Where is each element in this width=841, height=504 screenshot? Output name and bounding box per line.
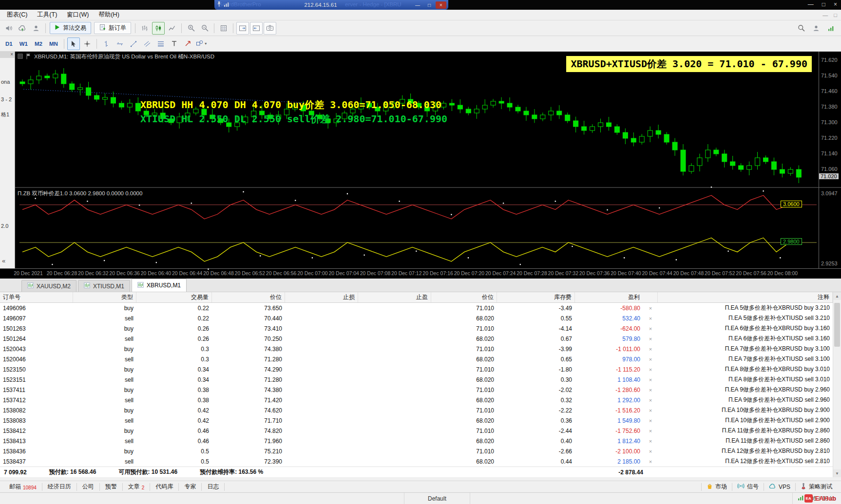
price-chart-canvas[interactable] — [0, 52, 841, 279]
order-row[interactable]: 1496097sell0.2270.44068.0200.55532.40×П.… — [0, 313, 833, 323]
order-row[interactable]: 1523150buy0.3474.29071.010-1.80-1 115.20… — [0, 364, 833, 374]
rdp-minimize-button[interactable]: — — [412, 1, 423, 9]
menu-item[interactable]: 窗口(W) — [62, 10, 94, 20]
order-row[interactable]: 1538437sell0.572.39068.0200.442 185.00×П… — [0, 456, 833, 467]
order-row[interactable]: 1537411buy0.3874.38071.010-2.02-1 280.60… — [0, 385, 833, 395]
column-header[interactable]: 类型 — [73, 292, 136, 302]
channel-tool-icon[interactable] — [141, 37, 153, 50]
cursor-tool-icon[interactable] — [67, 37, 80, 50]
trendline-tool-icon[interactable] — [127, 37, 140, 50]
toolbox-tab[interactable]: 专家 — [179, 483, 202, 491]
close-position-button[interactable]: × — [643, 387, 658, 393]
toolbox-tab[interactable]: 日志 — [202, 483, 225, 491]
column-header[interactable]: 订单号 — [0, 292, 73, 302]
line-chart-icon[interactable] — [166, 22, 178, 35]
bottom-tool-button[interactable]: 策略测试 — [795, 483, 837, 491]
column-header[interactable]: 库存费 — [497, 292, 575, 302]
community-icon[interactable] — [30, 22, 42, 35]
toolbox-tab[interactable]: 文章2 — [123, 483, 151, 491]
toolbox-tab[interactable]: 代码库 — [150, 483, 179, 491]
order-row[interactable]: 1523151sell0.3471.28068.0200.301 108.40×… — [0, 374, 833, 385]
bottom-tool-button[interactable]: 市场 — [701, 483, 732, 491]
shapes-tool-icon[interactable]: ▼ — [195, 37, 208, 50]
search-icon[interactable] — [795, 22, 807, 35]
toolbox-tab[interactable]: 经济日历 — [42, 483, 77, 491]
window-close-button[interactable]: × — [834, 1, 837, 8]
zoom-in-icon[interactable] — [185, 22, 197, 35]
screenshot-icon[interactable] — [264, 22, 276, 35]
close-position-button[interactable]: × — [643, 448, 658, 454]
order-row[interactable]: 1501263buy0.2673.41071.010-4.14-624.00×П… — [0, 323, 833, 334]
scrollbar-thumb[interactable] — [834, 303, 840, 347]
bar-chart-icon[interactable] — [138, 22, 151, 35]
order-row[interactable]: 1538082buy0.4274.62071.010-2.22-1 516.20… — [0, 405, 833, 415]
cloud-publish-icon[interactable] — [16, 22, 29, 35]
close-position-button[interactable]: × — [643, 438, 658, 444]
order-row[interactable]: 1537412sell0.3871.42068.0200.321 292.00×… — [0, 395, 833, 405]
order-row[interactable]: 1538083sell0.4271.71068.0200.361 549.80×… — [0, 415, 833, 426]
order-row[interactable]: 1538412buy0.4674.82071.010-2.44-1 752.60… — [0, 426, 833, 436]
order-row[interactable]: 1520046sell0.371.28068.0200.65978.00×П.E… — [0, 354, 833, 364]
close-position-button[interactable]: × — [643, 459, 658, 465]
fibonacci-tool-icon[interactable] — [154, 37, 167, 50]
chart-tab[interactable]: XBRUSD,M1 — [132, 279, 187, 292]
timeframe-button[interactable]: W1 — [16, 39, 31, 48]
timeframe-button[interactable]: MN — [46, 39, 61, 48]
scroll-down-icon[interactable]: ▼ — [833, 469, 841, 477]
order-row[interactable]: 1538436buy0.575.21071.010-2.66-2 100.00×… — [0, 446, 833, 456]
rdp-close-button[interactable]: × — [436, 1, 446, 9]
bottom-tool-button[interactable]: VPS — [764, 483, 795, 491]
menu-item[interactable]: 帮助(H) — [94, 10, 124, 20]
text-tool-icon[interactable] — [168, 37, 181, 50]
collapse-panel-icon[interactable]: « — [2, 257, 5, 264]
chart-restore-button[interactable]: □ — [834, 12, 837, 18]
timeframe-button[interactable]: M2 — [31, 39, 46, 48]
column-header[interactable]: 止盈 — [358, 292, 431, 302]
zoom-out-icon[interactable] — [198, 22, 211, 35]
menu-item[interactable]: 工具(T) — [32, 10, 62, 20]
close-position-button[interactable]: × — [643, 346, 658, 352]
toolbox-tab[interactable]: 邮箱10894 — [4, 483, 42, 491]
column-header[interactable]: 止损 — [285, 292, 358, 302]
close-position-button[interactable]: × — [643, 418, 658, 424]
candlestick-chart-icon[interactable] — [152, 22, 165, 35]
new-order-button[interactable]: 新订单 — [94, 22, 131, 34]
toolbox-tab[interactable]: 预警 — [100, 483, 123, 491]
horizontal-line-tool-icon[interactable] — [114, 37, 126, 50]
close-position-button[interactable]: × — [643, 336, 658, 342]
order-row[interactable]: 1496096buy0.2273.65071.010-3.49-580.80×П… — [0, 303, 833, 313]
column-header[interactable]: 价位 — [212, 292, 285, 302]
arrow-tool-icon[interactable] — [182, 37, 194, 50]
rdp-restore-button[interactable]: □ — [424, 1, 435, 9]
order-row[interactable]: 1501264sell0.2670.25068.0200.67579.80×П.… — [0, 334, 833, 344]
profile-selector[interactable]: Default — [404, 493, 470, 504]
panel-close-icon[interactable]: × — [0, 52, 15, 58]
close-position-button[interactable]: × — [643, 428, 658, 434]
close-position-button[interactable]: × — [643, 408, 658, 413]
close-position-button[interactable]: × — [643, 326, 658, 332]
algo-trading-button[interactable]: 算法交易 — [50, 22, 91, 34]
alerts-icon[interactable] — [2, 22, 15, 35]
close-position-button[interactable]: × — [643, 367, 658, 373]
dock-left-icon[interactable] — [236, 22, 249, 35]
window-restore-button[interactable]: □ — [822, 1, 825, 8]
tile-windows-icon[interactable] — [217, 22, 230, 35]
window-minimize-button[interactable]: — — [808, 1, 814, 8]
bottom-tool-button[interactable]: 信号 — [732, 483, 764, 491]
toolbox-tab[interactable]: 公司 — [77, 483, 100, 491]
column-header[interactable]: 价位 — [431, 292, 497, 302]
menu-item[interactable]: 图表(C) — [2, 10, 32, 20]
close-position-button[interactable]: × — [643, 356, 658, 362]
close-position-button[interactable]: × — [643, 305, 658, 311]
scroll-up-icon[interactable]: ▲ — [833, 292, 841, 300]
chart-minimize-button[interactable]: — — [822, 12, 828, 18]
close-position-button[interactable]: × — [643, 397, 658, 403]
order-row[interactable]: 1520043buy0.374.38071.010-3.99-1 011.00×… — [0, 344, 833, 354]
close-position-button[interactable]: × — [643, 316, 658, 321]
dock-right-icon[interactable] — [250, 22, 263, 35]
account-icon[interactable] — [810, 22, 822, 35]
column-header[interactable]: 盈利 — [575, 292, 658, 302]
order-row[interactable]: 1538413sell0.4671.96068.0200.401 812.40×… — [0, 436, 833, 446]
column-header[interactable]: 交易量 — [136, 292, 212, 302]
chart-tab[interactable]: XAUUSD,M2 — [21, 280, 76, 292]
